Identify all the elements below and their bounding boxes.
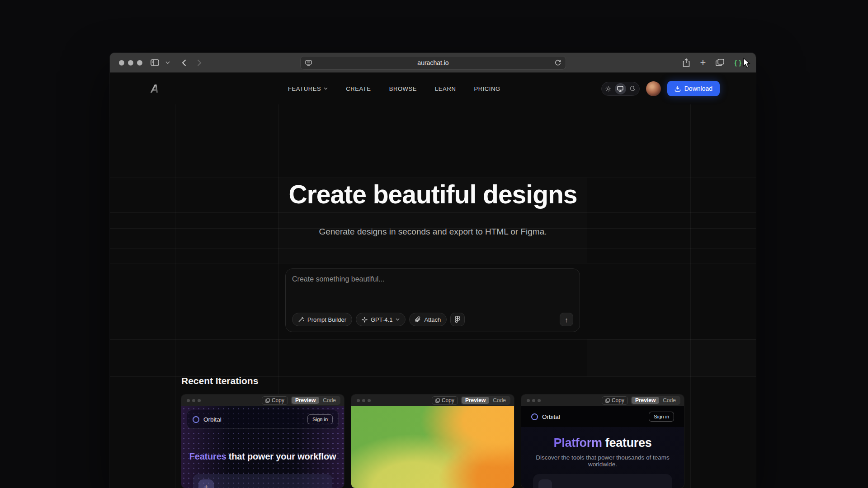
nav-item-features[interactable]: FEATURES — [288, 85, 328, 92]
sun-icon — [605, 86, 611, 92]
theme-switcher — [601, 82, 640, 96]
mini-signin-button[interactable]: Sign in — [307, 414, 333, 424]
orbital-logo-icon — [193, 416, 199, 423]
sidebar-toggle-icon[interactable] — [151, 59, 159, 66]
mini-subtitle: Discover the tools that power thousands … — [521, 454, 684, 468]
main-menu: FEATURES CREATE BROWSE LEARN PRICING — [288, 85, 500, 92]
page-settings-icon[interactable] — [305, 60, 312, 66]
chevron-down-icon — [396, 318, 400, 321]
window-dots — [187, 399, 201, 402]
copy-button[interactable]: Copy — [602, 396, 628, 405]
nav-label: LEARN — [435, 85, 456, 92]
user-avatar[interactable] — [646, 81, 661, 96]
monitor-icon — [617, 86, 623, 92]
back-icon[interactable] — [182, 59, 186, 66]
copy-label: Copy — [272, 397, 284, 404]
code-tab[interactable]: Code — [319, 397, 340, 404]
code-tab[interactable]: Code — [659, 397, 679, 404]
copy-button[interactable]: Copy — [432, 396, 458, 405]
mini-brand: Orbital — [203, 416, 222, 423]
browser-toolbar: aurachat.io + {} — [110, 53, 756, 73]
chevron-down-icon — [324, 87, 328, 90]
prompt-builder-label: Prompt Builder — [307, 316, 346, 323]
recent-iterations-row: Copy Preview Code Orbital Sign in — [181, 394, 684, 488]
iteration-card[interactable]: Copy Preview Code — [351, 394, 514, 488]
window-controls — [119, 60, 142, 66]
code-tab[interactable]: Code — [489, 397, 509, 404]
card-header: Copy Preview Code — [521, 394, 684, 406]
mini-headline: Platform features — [521, 436, 684, 450]
grid-tint — [587, 339, 756, 376]
orbital-logo-icon — [531, 413, 538, 420]
site-logo[interactable]: A — [151, 82, 159, 95]
copy-icon — [435, 398, 440, 403]
preview-tab[interactable]: Preview — [632, 397, 659, 404]
copy-button[interactable]: Copy — [262, 396, 288, 405]
zoom-button[interactable] — [137, 60, 142, 66]
prompt-toolbar: Prompt Builder GPT-4.1 Attach ↑ — [292, 313, 573, 326]
grid-line — [110, 263, 756, 263]
iteration-card[interactable]: Copy Preview Code Orbital Sign in — [521, 394, 684, 488]
nav-label: FEATURES — [288, 85, 321, 92]
prompt-builder-button[interactable]: Prompt Builder — [292, 313, 352, 326]
view-toggle: Preview Code — [631, 396, 680, 405]
card-preview-gradient-art[interactable] — [351, 406, 514, 488]
send-button[interactable]: ↑ — [560, 313, 573, 326]
site-page: A FEATURES CREATE BROWSE LEARN PRICING — [110, 73, 756, 488]
figma-icon — [455, 316, 460, 323]
prompt-composer: Prompt Builder GPT-4.1 Attach ↑ — [285, 268, 580, 332]
new-tab-icon[interactable]: + — [700, 57, 706, 69]
copy-label: Copy — [442, 397, 454, 404]
theme-light-button[interactable] — [603, 83, 614, 94]
page-title: Create beautiful designs — [110, 179, 756, 209]
sidebar-chevron-icon[interactable] — [165, 61, 170, 64]
attach-button[interactable]: Attach — [409, 313, 447, 326]
theme-system-button[interactable] — [615, 83, 626, 94]
up-arrow-icon: ↑ — [565, 316, 568, 324]
minimize-button[interactable] — [128, 60, 133, 66]
close-button[interactable] — [119, 60, 124, 66]
preview-tab[interactable]: Preview — [292, 397, 319, 404]
iteration-card[interactable]: Copy Preview Code Orbital Sign in — [181, 394, 344, 488]
model-label: GPT-4.1 — [371, 316, 392, 323]
preview-tab[interactable]: Preview — [462, 397, 489, 404]
forward-icon[interactable] — [197, 59, 202, 66]
nav-item-pricing[interactable]: PRICING — [474, 85, 500, 92]
mini-feature-box: + — [193, 474, 332, 488]
download-icon — [675, 85, 681, 92]
download-button[interactable]: Download — [667, 81, 720, 96]
share-icon[interactable] — [683, 58, 690, 67]
nav-item-browse[interactable]: BROWSE — [389, 85, 417, 92]
model-selector[interactable]: GPT-4.1 — [356, 313, 406, 326]
wand-icon — [298, 316, 304, 323]
moon-icon — [630, 86, 635, 91]
sparkle-icon — [362, 317, 368, 323]
paperclip-icon — [415, 316, 421, 323]
figma-export-button[interactable] — [450, 313, 465, 326]
card-preview-orbital-features[interactable]: Orbital Sign in Features that power your… — [181, 406, 344, 488]
nav-item-learn[interactable]: LEARN — [435, 85, 456, 92]
nav-label: BROWSE — [389, 85, 417, 92]
mini-signin-button[interactable]: Sign in — [649, 412, 674, 422]
window-dots — [527, 399, 541, 402]
download-label: Download — [684, 85, 712, 92]
tab-overview-icon[interactable] — [716, 59, 724, 66]
address-bar[interactable]: aurachat.io — [300, 56, 566, 70]
nav-item-create[interactable]: CREATE — [346, 85, 371, 92]
reload-icon[interactable] — [555, 60, 561, 66]
nav-label: PRICING — [474, 85, 500, 92]
plus-icon: + — [198, 479, 214, 488]
nav-label: CREATE — [346, 85, 371, 92]
browser-window: aurachat.io + {} — [110, 53, 756, 488]
theme-dark-button[interactable] — [627, 83, 638, 94]
mouse-cursor — [742, 57, 752, 68]
page-subtitle: Generate designs in seconds and export t… — [110, 227, 756, 237]
prompt-input[interactable] — [292, 275, 573, 313]
mini-tile — [538, 479, 552, 488]
window-dots — [357, 399, 371, 402]
mini-headline: Features that power your workflow — [181, 451, 344, 462]
card-preview-platform-features[interactable]: Orbital Sign in Platform features Discov… — [521, 406, 684, 488]
card-header: Copy Preview Code — [181, 394, 344, 406]
copy-icon — [605, 398, 610, 403]
header-actions: Download — [601, 81, 720, 96]
